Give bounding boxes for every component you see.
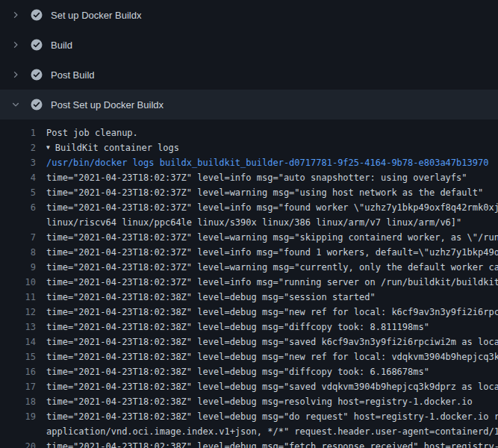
line-number[interactable]: 1 bbox=[0, 125, 36, 140]
log-line-continuation: application/vnd.oci.image.index.v1+json,… bbox=[0, 424, 498, 439]
log-text: application/vnd.oci.image.index.v1+json,… bbox=[46, 424, 498, 439]
line-number[interactable]: 10 bbox=[0, 275, 36, 290]
log-text: time="2021-04-23T18:02:38Z" level=debug … bbox=[46, 409, 498, 424]
log-text: time="2021-04-23T18:02:38Z" level=debug … bbox=[46, 439, 498, 448]
line-number[interactable]: 4 bbox=[0, 170, 36, 185]
step-header-build[interactable]: Build bbox=[0, 30, 498, 60]
log-text: linux/riscv64 linux/ppc64le linux/s390x … bbox=[46, 215, 461, 230]
log-text: time="2021-04-23T18:02:37Z" level=info m… bbox=[46, 170, 467, 185]
log-line: 14time="2021-04-23T18:02:38Z" level=debu… bbox=[0, 335, 498, 349]
group-expanded-toggle-icon[interactable]: ▼ bbox=[46, 140, 50, 155]
line-number[interactable]: 14 bbox=[0, 335, 36, 349]
step-header-post-set-up-docker-buildx[interactable]: Post Set up Docker Buildx bbox=[0, 90, 498, 119]
step-label: Build bbox=[51, 40, 72, 50]
log-text: time="2021-04-23T18:02:38Z" level=debug … bbox=[46, 394, 473, 409]
log-line: 20time="2021-04-23T18:02:38Z" level=debu… bbox=[0, 439, 498, 448]
log-line: 10time="2021-04-23T18:02:37Z" level=info… bbox=[0, 275, 498, 290]
log-line: 12time="2021-04-23T18:02:38Z" level=debu… bbox=[0, 305, 498, 320]
step-label: Post Set up Docker Buildx bbox=[51, 100, 164, 110]
log-line-continuation: linux/riscv64 linux/ppc64le linux/s390x … bbox=[0, 215, 498, 230]
check-circle-icon bbox=[31, 69, 43, 81]
log-group-header[interactable]: ▼BuildKit container logs bbox=[46, 140, 179, 155]
log-line: 18time="2021-04-23T18:02:38Z" level=debu… bbox=[0, 394, 498, 409]
log-text: time="2021-04-23T18:02:38Z" level=debug … bbox=[46, 364, 429, 379]
step-header-set-up-docker-buildx[interactable]: Set up Docker Buildx bbox=[0, 0, 498, 30]
line-number[interactable]: 8 bbox=[0, 245, 36, 260]
line-number[interactable]: 2 bbox=[0, 140, 36, 155]
log-line: 7time="2021-04-23T18:02:37Z" level=warni… bbox=[0, 230, 498, 245]
line-number bbox=[0, 424, 36, 439]
log-line: 5time="2021-04-23T18:02:37Z" level=warni… bbox=[0, 185, 498, 200]
log-text: time="2021-04-23T18:02:37Z" level=info m… bbox=[46, 245, 498, 260]
check-circle-icon bbox=[31, 9, 43, 21]
line-number[interactable]: 17 bbox=[0, 379, 36, 394]
step-list: Set up Docker Buildx Build Post Build bbox=[0, 0, 498, 119]
line-number[interactable]: 15 bbox=[0, 349, 36, 364]
line-number[interactable]: 3 bbox=[0, 155, 36, 170]
log-line: 19time="2021-04-23T18:02:38Z" level=debu… bbox=[0, 409, 498, 424]
step-label: Set up Docker Buildx bbox=[51, 10, 141, 20]
log-text: time="2021-04-23T18:02:38Z" level=debug … bbox=[46, 320, 429, 335]
log-text: time="2021-04-23T18:02:37Z" level=warnin… bbox=[46, 230, 498, 245]
log-line: 2▼BuildKit container logs bbox=[0, 140, 498, 155]
chevron-right-icon bbox=[10, 10, 21, 20]
log-line: 15time="2021-04-23T18:02:38Z" level=debu… bbox=[0, 349, 498, 364]
line-number bbox=[0, 215, 36, 230]
log-line: 3/usr/bin/docker logs buildx_buildkit_bu… bbox=[0, 155, 498, 170]
log-line: 13time="2021-04-23T18:02:38Z" level=debu… bbox=[0, 320, 498, 335]
log-text: time="2021-04-23T18:02:37Z" level=warnin… bbox=[46, 185, 483, 200]
log-line: 11time="2021-04-23T18:02:38Z" level=debu… bbox=[0, 290, 498, 305]
log-line: 4time="2021-04-23T18:02:37Z" level=info … bbox=[0, 170, 498, 185]
line-number[interactable]: 9 bbox=[0, 260, 36, 275]
log-text: Post job cleanup. bbox=[46, 125, 138, 140]
log-text: time="2021-04-23T18:02:38Z" level=debug … bbox=[46, 290, 376, 305]
line-number[interactable]: 13 bbox=[0, 320, 36, 335]
line-number[interactable]: 20 bbox=[0, 439, 36, 448]
log-group-title: BuildKit container logs bbox=[55, 143, 179, 153]
command-text: /usr/bin/docker logs buildx_buildkit_bui… bbox=[46, 155, 488, 170]
log-line: 6time="2021-04-23T18:02:37Z" level=info … bbox=[0, 200, 498, 215]
log-text: time="2021-04-23T18:02:37Z" level=info m… bbox=[46, 200, 498, 215]
log-lines: 1Post job cleanup.2▼BuildKit container l… bbox=[0, 119, 498, 448]
step-label: Post Build bbox=[51, 70, 95, 80]
log-text: time="2021-04-23T18:02:37Z" level=warnin… bbox=[46, 260, 498, 275]
log-text: time="2021-04-23T18:02:37Z" level=info m… bbox=[46, 275, 498, 290]
log-text: time="2021-04-23T18:02:38Z" level=debug … bbox=[46, 349, 498, 364]
step-header-post-build[interactable]: Post Build bbox=[0, 60, 498, 90]
line-number[interactable]: 7 bbox=[0, 230, 36, 245]
line-number[interactable]: 18 bbox=[0, 394, 36, 409]
chevron-right-icon bbox=[10, 69, 21, 80]
line-number[interactable]: 12 bbox=[0, 305, 36, 320]
line-number[interactable]: 19 bbox=[0, 409, 36, 424]
workflow-log-viewer: Set up Docker Buildx Build Post Build bbox=[0, 0, 498, 448]
log-text: time="2021-04-23T18:02:38Z" level=debug … bbox=[46, 335, 498, 349]
log-line: 16time="2021-04-23T18:02:38Z" level=debu… bbox=[0, 364, 498, 379]
log-line: 9time="2021-04-23T18:02:37Z" level=warni… bbox=[0, 260, 498, 275]
line-number[interactable]: 11 bbox=[0, 290, 36, 305]
line-number[interactable]: 16 bbox=[0, 364, 36, 379]
chevron-right-icon bbox=[10, 40, 21, 50]
log-line: 8time="2021-04-23T18:02:37Z" level=info … bbox=[0, 245, 498, 260]
line-number[interactable]: 5 bbox=[0, 185, 36, 200]
line-number[interactable]: 6 bbox=[0, 200, 36, 215]
chevron-down-icon bbox=[10, 99, 21, 110]
check-circle-icon bbox=[31, 39, 43, 51]
log-text: time="2021-04-23T18:02:38Z" level=debug … bbox=[46, 379, 498, 394]
check-circle-icon bbox=[31, 99, 43, 111]
log-line: 1Post job cleanup. bbox=[0, 125, 498, 140]
log-line: 17time="2021-04-23T18:02:38Z" level=debu… bbox=[0, 379, 498, 394]
log-text: time="2021-04-23T18:02:38Z" level=debug … bbox=[46, 305, 498, 320]
